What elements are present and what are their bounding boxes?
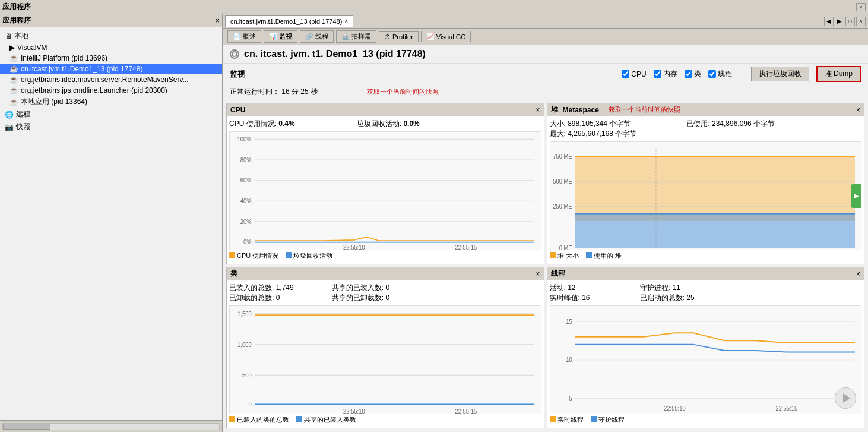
toolbar-thread-btn[interactable]: 🔗 线程: [300, 30, 334, 43]
svg-text:40%: 40%: [240, 197, 252, 204]
heap-panel-header: 堆 Metaspace 获取一个当前时间的快照 ×: [547, 103, 864, 116]
heap-dump-button[interactable]: 堆 Dump: [816, 66, 861, 82]
cpu-checkbox[interactable]: [622, 70, 629, 78]
thread-panel: 线程 × 活动: 12 实时峰值: 16 守护进程: 11 已启动的总数: 25: [547, 267, 865, 428]
class-loaded-value: 1,749: [276, 283, 294, 292]
heap-panel-title: 堆: [551, 105, 558, 115]
tab-prev-icon[interactable]: ◀: [824, 17, 834, 26]
main-content: cn.itcast.jvm.t1.Demo1_13 (pid 17748) × …: [223, 14, 868, 432]
window-controls: ×: [856, 3, 866, 11]
class-shared-unloaded-value: 0: [385, 294, 389, 302]
tree-item-icon: ☕: [9, 65, 18, 73]
sidebar-tree-item[interactable]: ☕cn.itcast.jvm.t1.Demo1_13 (pid 17748): [0, 64, 222, 74]
page-title: cn. itcast. jvm. t1. Demo1_13 (pid 17748…: [244, 49, 426, 59]
svg-text:5: 5: [569, 394, 572, 402]
toolbar-profiler-btn[interactable]: ⏱ Profiler: [379, 31, 419, 42]
thread-live-legend-label: 实时线程: [557, 416, 584, 423]
memory-checkbox[interactable]: [654, 70, 661, 78]
play-icon: [843, 393, 850, 403]
thread-panel-close-icon[interactable]: ×: [856, 270, 860, 278]
heap-annotation-text: 获取一个当前时间的快照: [609, 105, 680, 114]
thread-active-value: 12: [568, 283, 575, 292]
class-panel-title: 类: [230, 269, 237, 279]
toolbar-overview-btn[interactable]: 📄 概述: [227, 30, 261, 43]
close-icon[interactable]: ×: [856, 3, 866, 11]
heap-used-legend: 使用的 堆: [586, 251, 622, 260]
class-checkbox-label: 类: [694, 69, 701, 79]
tab-next-icon[interactable]: ▶: [835, 17, 844, 26]
sidebar-tree-item[interactable]: ☕org.jetbrains.jps.cmdline.Launcher (pid…: [0, 85, 222, 96]
profiler-label: Profiler: [392, 33, 413, 40]
thread-checkbox-label: 线程: [718, 69, 732, 79]
class-panel-close-icon[interactable]: ×: [536, 270, 540, 278]
checkbox-class[interactable]: 类: [685, 69, 701, 79]
thread-daemon-legend-label: 守护线程: [598, 416, 625, 423]
svg-text:0: 0: [248, 400, 251, 408]
gc-button[interactable]: 执行垃圾回收: [751, 67, 809, 81]
thread-panel-content: 活动: 12 实时峰值: 16 守护进程: 11 已启动的总数: 25: [547, 280, 864, 428]
thread-started-value: 25: [686, 294, 694, 302]
tab-close-btn-icon[interactable]: ×: [856, 17, 866, 26]
sidebar-tree-item[interactable]: ☕IntelliJ Platform (pid 13696): [0, 53, 222, 64]
svg-text:0 ME: 0 ME: [559, 245, 572, 250]
sidebar-header: 应用程序 ×: [0, 14, 222, 27]
cpu-panel-content: CPU 使用情况: 0.4% 垃圾回收活动: 0.0%: [227, 116, 544, 264]
checkbox-thread[interactable]: 线程: [708, 69, 732, 79]
sidebar-tree-item[interactable]: ☕本地应用 (pid 13364): [0, 96, 222, 108]
tab-label: cn.itcast.jvm.t1.Demo1_13 (pid 17748): [230, 18, 342, 25]
class-loaded-total: 已装入的总数: 1,749 已卸载的总数: 0: [229, 283, 294, 303]
gc-legend-dot: 垃圾回收活动: [286, 251, 332, 260]
memory-checkbox-label: 内存: [663, 69, 677, 79]
svg-text:100%: 100%: [237, 135, 252, 143]
toolbar-visualgc-btn[interactable]: 📈 Visual GC: [421, 31, 471, 42]
checkbox-memory[interactable]: 内存: [654, 69, 677, 79]
heap-size-stats: 大小: 898,105,344 个字节 最大: 4,265,607,168 个字…: [550, 119, 637, 139]
cpu-panel: CPU × CPU 使用情况: 0.4% 垃圾回收活动: 0.0%: [226, 103, 544, 264]
class-shared-loaded-label: 共享的已装入数:: [332, 283, 384, 292]
class-panel: 类 × 已装入的总数: 1,749 已卸载的总数: 0 共享的已装入数: 0 共…: [226, 267, 544, 428]
thread-checkbox[interactable]: [708, 70, 716, 78]
cpu-legend-dot: CPU 使用情况: [229, 251, 278, 260]
tab-navigation: ◀ ▶ □ ×: [824, 17, 866, 26]
heap-panel-close-icon[interactable]: ×: [856, 106, 860, 114]
tree-item-icon: 📷: [5, 123, 14, 131]
sidebar-tree-item[interactable]: 🖥本地: [0, 30, 222, 42]
gc-activity-stat: 垃圾回收活动: 0.0%: [357, 119, 420, 129]
sidebar-tree-item[interactable]: ▶VisualVM: [0, 42, 222, 53]
thread-chart-area: 15 10 5 22:55:10 22:55:15: [550, 305, 862, 414]
cpu-panel-close-icon[interactable]: ×: [536, 106, 540, 114]
thread-active-stats: 活动: 12 实时峰值: 16: [550, 283, 590, 303]
class-checkbox[interactable]: [685, 70, 692, 78]
cpu-checkbox-label: CPU: [631, 70, 646, 78]
tab-close-icon[interactable]: ×: [344, 18, 348, 24]
toolbar-sampler-btn[interactable]: 🔬 抽样器: [336, 30, 376, 43]
metaspace-label: Metaspace: [563, 106, 599, 114]
tree-item-icon: ☕: [9, 54, 18, 62]
heap-expand-btn[interactable]: ▶: [851, 184, 861, 208]
uptime-label: 正常运行时间：: [230, 87, 280, 96]
sidebar-tree-item[interactable]: 🌐远程: [0, 108, 222, 121]
thread-daemon-stats: 守护进程: 11 已启动的总数: 25: [640, 283, 695, 303]
sidebar-close-icon[interactable]: ×: [216, 17, 220, 25]
tab-max-icon[interactable]: □: [845, 17, 855, 26]
svg-text:22:55:10: 22:55:10: [343, 244, 365, 250]
thread-daemon-label: 守护进程:: [640, 283, 670, 292]
sidebar-tree-item[interactable]: 📷快照: [0, 121, 222, 133]
heap-size-value: 898,105,344 个字节: [568, 119, 631, 128]
cpu-usage-stat: CPU 使用情况: 0.4%: [229, 119, 295, 129]
svg-text:22:55:10: 22:55:10: [343, 407, 365, 414]
checkbox-cpu[interactable]: CPU: [622, 70, 646, 78]
class-chart-svg: 1,500 1,000 500 0 22:55:10 22:55:15: [230, 306, 541, 414]
sampler-icon: 🔬: [341, 33, 350, 40]
class-chart-area: 1,500 1,000 500 0 22:55:10 22:55:15: [229, 305, 541, 414]
heap-used-label: 已使用:: [686, 119, 709, 128]
sidebar-scrollbar[interactable]: [2, 423, 220, 430]
svg-text:1,000: 1,000: [237, 340, 252, 348]
sidebar-tree-item[interactable]: ☕org.jetbrains.idea.maven.server.RemoteM…: [0, 74, 222, 85]
tree-item-label: cn.itcast.jvm.t1.Demo1_13 (pid 17748): [21, 65, 142, 73]
toolbar-monitor-btn[interactable]: 📊 监视: [264, 30, 297, 43]
tree-item-label: 远程: [16, 109, 30, 119]
main-tab[interactable]: cn.itcast.jvm.t1.Demo1_13 (pid 17748) ×: [225, 15, 353, 27]
thread-active-label: 活动:: [550, 283, 566, 292]
thread-play-btn[interactable]: [835, 387, 856, 409]
